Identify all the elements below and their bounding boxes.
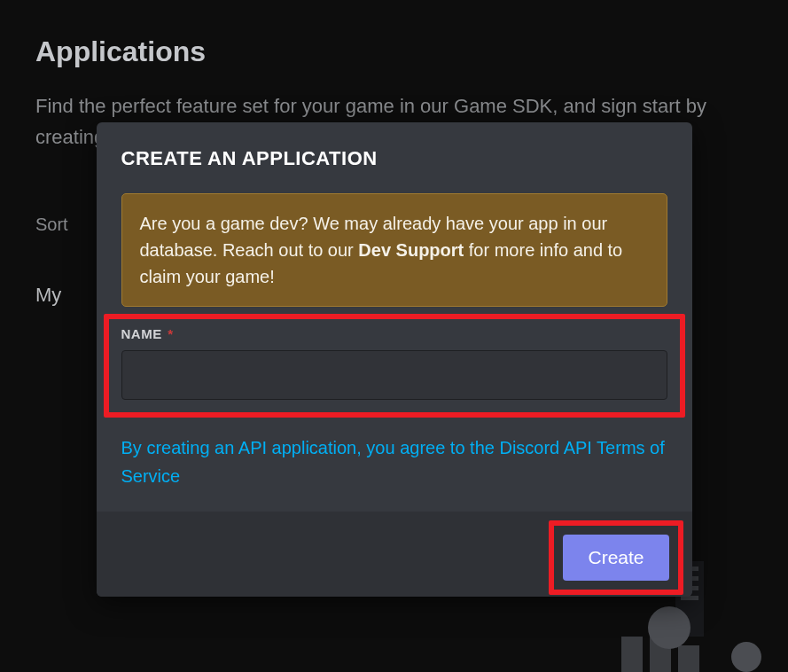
dev-support-link[interactable]: Dev Support (358, 240, 464, 260)
create-button-highlight: Create (549, 520, 683, 595)
name-field-highlight: NAME * (104, 314, 685, 418)
modal-overlay: CREATE AN APPLICATION Are you a game dev… (0, 0, 788, 672)
modal-footer: Cancel Create (97, 512, 692, 597)
name-field-label: NAME * (121, 326, 174, 341)
game-dev-info-banner: Are you a game dev? We may already have … (121, 193, 667, 307)
modal-title: CREATE AN APPLICATION (121, 147, 667, 170)
required-star-icon: * (168, 326, 173, 341)
create-application-modal: CREATE AN APPLICATION Are you a game dev… (97, 122, 692, 597)
name-label-text: NAME (121, 326, 162, 341)
modal-body: CREATE AN APPLICATION Are you a game dev… (97, 122, 692, 512)
info-banner-text: Are you a game dev? We may already have … (140, 210, 649, 290)
create-button[interactable]: Create (563, 535, 668, 581)
terms-of-service-link[interactable]: By creating an API application, you agre… (121, 434, 667, 490)
application-name-input[interactable] (121, 350, 667, 400)
